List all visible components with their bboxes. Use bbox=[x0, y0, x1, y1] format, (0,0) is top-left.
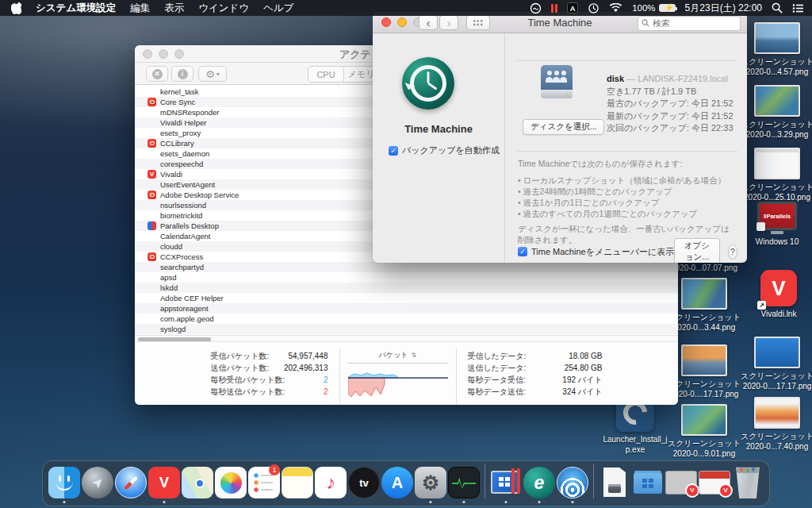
desktop-icon-screenshot[interactable]: スクリーンショット2020-0...25.10.png bbox=[741, 148, 812, 202]
parallels-menu-icon[interactable] bbox=[551, 4, 557, 13]
process-icon bbox=[147, 273, 156, 282]
process-row[interactable]: syslogd bbox=[135, 324, 678, 334]
minimize-button[interactable] bbox=[159, 49, 168, 59]
dock-item[interactable] bbox=[181, 467, 214, 500]
forward-button[interactable]: › bbox=[439, 15, 458, 30]
help-button[interactable]: ? bbox=[728, 244, 737, 260]
updown-chevron-icon[interactable]: ⇅ bbox=[412, 352, 417, 359]
back-button[interactable]: ‹ bbox=[419, 15, 438, 30]
dock-item[interactable]: ⚙ bbox=[414, 467, 447, 500]
zoom-button[interactable] bbox=[174, 49, 184, 59]
chevron-down-icon: ▾ bbox=[216, 71, 220, 78]
desktop-icon-screenshot[interactable]: スクリーンショット2020-0...3.44.png bbox=[668, 278, 740, 333]
scrollbar-thumb[interactable] bbox=[138, 337, 211, 341]
menu-item[interactable]: ウインドウ bbox=[198, 2, 249, 15]
dock-item[interactable] bbox=[481, 464, 489, 500]
desktop-icon-screenshot[interactable]: スクリーンショット2020-0...7.40.png bbox=[741, 397, 812, 452]
dock-item[interactable] bbox=[598, 467, 631, 500]
wifi-menu-icon[interactable] bbox=[609, 3, 622, 13]
show-all-button[interactable] bbox=[466, 15, 490, 30]
time-machine-window: Time Machine ‹ › Time Machine バッ bbox=[373, 12, 747, 263]
battery-indicator[interactable]: 100% ⚡ bbox=[632, 3, 675, 13]
network-usage-chart bbox=[348, 365, 448, 397]
search-field[interactable] bbox=[638, 15, 741, 30]
creative-cloud-icon[interactable] bbox=[530, 2, 542, 14]
process-icon bbox=[147, 314, 156, 323]
desktop-icon-screenshot[interactable]: スクリーンショット2020-0....17.17.png bbox=[668, 344, 740, 399]
dock-item[interactable] bbox=[114, 467, 147, 500]
dock-item[interactable]: 1 bbox=[247, 467, 281, 500]
process-icon bbox=[147, 304, 156, 313]
process-icon bbox=[147, 190, 156, 199]
dock-item[interactable]: tv bbox=[347, 467, 381, 500]
dock-item[interactable] bbox=[447, 467, 481, 500]
process-row[interactable]: com.apple.geod bbox=[135, 314, 678, 324]
menubar-checkbox[interactable] bbox=[518, 247, 527, 256]
process-row[interactable]: searchpartyd bbox=[135, 262, 678, 272]
apple-menu-icon[interactable] bbox=[11, 2, 21, 14]
desktop-icon-screenshot[interactable]: スクリーンショット2020-0....17.17.png bbox=[741, 337, 812, 391]
running-indicator bbox=[505, 501, 508, 503]
dock-item[interactable] bbox=[489, 467, 523, 500]
desktop-icon-screenshot[interactable]: スクリーンショット2020-0...9.01.png bbox=[668, 404, 740, 459]
process-row[interactable]: lskdd bbox=[135, 283, 678, 293]
checkbox-checked-icon[interactable] bbox=[389, 146, 398, 156]
running-indicator bbox=[230, 501, 232, 503]
info-bullet: 過去24時間の1時間ごとのバックアップ bbox=[518, 186, 736, 197]
menu-item[interactable]: ヘルプ bbox=[263, 2, 293, 15]
process-name: searchpartyd bbox=[160, 262, 204, 272]
desktop-icon-screenshot[interactable]: スクリーンショット2020-0...3.29.png bbox=[741, 85, 812, 140]
options-button[interactable]: オプション... bbox=[674, 238, 720, 263]
menu-item[interactable]: 編集 bbox=[130, 2, 150, 15]
dock-item[interactable] bbox=[589, 464, 598, 500]
horizontal-scrollbar[interactable] bbox=[135, 335, 678, 342]
running-indicator bbox=[330, 501, 332, 503]
dock-item[interactable] bbox=[81, 467, 114, 500]
dock-item[interactable] bbox=[698, 471, 731, 500]
process-icon bbox=[147, 325, 156, 333]
select-disk-button[interactable]: ディスクを選択... bbox=[523, 119, 604, 135]
running-indicator bbox=[97, 501, 99, 503]
menu-clock[interactable]: 5月23日(土) 22:00 bbox=[685, 2, 762, 15]
process-name: apsd bbox=[160, 272, 177, 283]
dock-item[interactable]: A bbox=[381, 467, 414, 500]
disk-name: disk bbox=[607, 74, 624, 83]
spotlight-icon[interactable] bbox=[772, 2, 783, 13]
dock-item[interactable] bbox=[665, 471, 698, 500]
process-row[interactable]: appstoreagent bbox=[135, 303, 678, 314]
graph-type-label[interactable]: パケット bbox=[379, 350, 408, 360]
close-button[interactable] bbox=[143, 49, 152, 59]
desktop-icon-screenshot[interactable]: スクリーンショット2020-0...4.57.png bbox=[741, 22, 812, 77]
time-machine-menu-icon[interactable] bbox=[588, 2, 599, 14]
dock-item[interactable] bbox=[48, 467, 81, 500]
desktop-icon-vivaldi-shortcut[interactable]: V ↗ Vivaldi.lnk bbox=[743, 270, 812, 319]
auto-backup-checkbox[interactable]: バックアップを自動作成 bbox=[389, 144, 500, 156]
process-row[interactable]: apsd bbox=[135, 272, 678, 283]
inspect-process-button[interactable]: i bbox=[171, 66, 193, 82]
quit-process-button[interactable]: ✕ bbox=[146, 66, 168, 82]
process-name: lskdd bbox=[160, 283, 178, 293]
gear-menu-button[interactable]: ⚙▾ bbox=[198, 66, 227, 82]
process-icon bbox=[147, 170, 156, 179]
dock-item[interactable] bbox=[556, 467, 589, 500]
process-row[interactable]: Adobe CEF Helper bbox=[135, 293, 678, 303]
menu-app-name[interactable]: システム環境設定 bbox=[36, 2, 116, 15]
dock-item[interactable]: ♪ bbox=[314, 467, 347, 500]
dock-item[interactable] bbox=[631, 467, 665, 500]
notification-center-icon[interactable] bbox=[792, 3, 804, 13]
dock-item[interactable]: e bbox=[523, 467, 556, 500]
dock-item[interactable]: V bbox=[147, 467, 181, 500]
search-input[interactable] bbox=[638, 16, 741, 31]
process-name: Core Sync bbox=[160, 97, 195, 107]
menu-item[interactable]: 表示 bbox=[164, 2, 184, 15]
vivaldi-icon: V ↗ bbox=[760, 270, 797, 306]
stat-row: 送信パケット数: 202,496,313 bbox=[211, 362, 328, 374]
dock-item[interactable] bbox=[281, 467, 314, 500]
running-indicator bbox=[130, 501, 132, 503]
dock-item[interactable] bbox=[214, 467, 247, 500]
battery-percent: 100% bbox=[632, 3, 655, 13]
segment-tab[interactable]: CPU bbox=[308, 67, 343, 82]
input-source-icon[interactable]: A bbox=[567, 2, 578, 13]
desktop-icon-windows10-vm[interactable]: V‖Parallels ↗ Windows 10 bbox=[741, 202, 812, 247]
dock-item[interactable] bbox=[731, 467, 764, 500]
